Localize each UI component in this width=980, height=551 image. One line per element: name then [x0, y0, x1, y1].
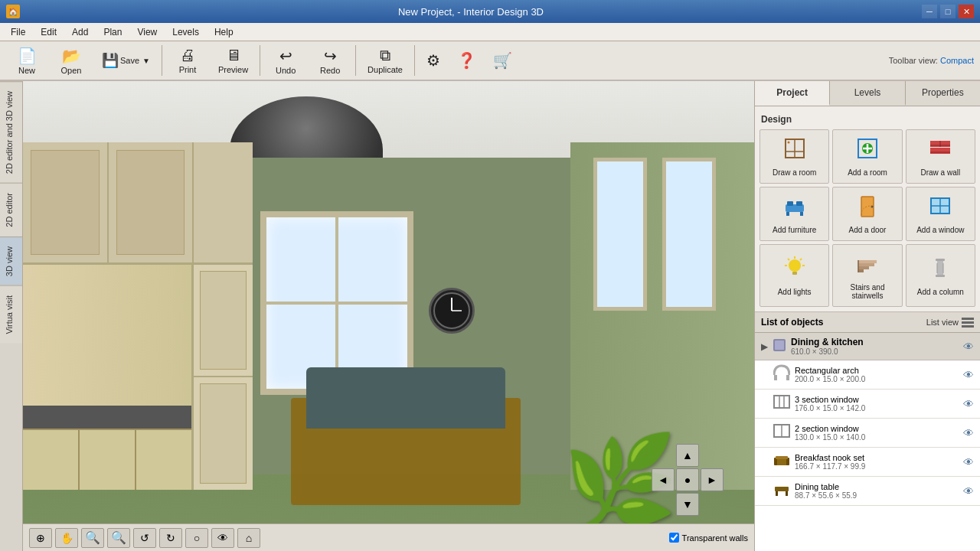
svg-rect-49 [786, 375, 789, 380]
dining-table-info: Dining table 88.7 × 55.6 × 55.9 [795, 482, 959, 500]
pan-button[interactable]: ✋ [55, 528, 78, 548]
preview-icon: 🖥 [226, 47, 241, 64]
rectangular-arch-name: Rectangular arch [795, 366, 959, 375]
add-room-button[interactable]: Add a room [832, 129, 902, 184]
compact-link[interactable]: Compact [940, 56, 974, 65]
list-view-icon [962, 317, 974, 328]
undo-button[interactable]: ↩ Undo [265, 43, 306, 79]
add-door-icon [855, 194, 880, 223]
stairs-button[interactable]: Stairs and stairwells [832, 244, 902, 307]
tab-properties[interactable]: Properties [906, 81, 980, 106]
new-button[interactable]: 📄 New [6, 43, 47, 79]
orbit-cw-button[interactable]: ↻ [159, 528, 182, 548]
menu-levels[interactable]: Levels [165, 25, 207, 39]
toolbar-separator-2 [260, 45, 260, 76]
add-door-label: Add a door [849, 226, 887, 234]
svg-rect-20 [800, 212, 803, 216]
visibility-toggle-2win[interactable]: 👁 [963, 427, 974, 439]
add-lights-button[interactable]: Add lights [760, 244, 829, 307]
object-item-rectangular-arch[interactable]: Rectangular arch 200.0 × 15.0 × 200.0 👁 [755, 360, 980, 390]
draw-wall-button[interactable]: Draw a wall [906, 129, 975, 184]
add-window-icon [928, 194, 952, 223]
object-item-3-section-window[interactable]: 3 section window 176.0 × 15.0 × 142.0 👁 [755, 390, 980, 419]
3-section-window-icon [773, 393, 790, 414]
redo-button[interactable]: ↪ Redo [309, 43, 351, 79]
zoom-out-button[interactable]: 🔍 [81, 528, 104, 548]
add-window-button[interactable]: Add a window [906, 187, 975, 241]
menu-plan[interactable]: Plan [96, 25, 129, 39]
visibility-toggle-nook[interactable]: 👁 [963, 456, 974, 468]
restore-button[interactable]: □ [940, 5, 956, 18]
tab-virtual-visit[interactable]: Virtua visit [0, 285, 22, 344]
menu-file[interactable]: File [3, 25, 33, 39]
visibility-toggle-table[interactable]: 👁 [963, 485, 974, 497]
print-button[interactable]: 🖨 Print [167, 43, 208, 78]
tab-3d[interactable]: 3D view [0, 236, 22, 285]
360-view-button[interactable]: ⊕ [29, 528, 52, 548]
pan-icon: ✋ [60, 532, 74, 544]
orbit-ccw-button[interactable]: ↺ [133, 528, 156, 548]
object-item-dining-table[interactable]: Dining table 88.7 × 55.6 × 55.9 👁 [755, 477, 980, 506]
menu-edit[interactable]: Edit [33, 25, 64, 39]
svg-rect-17 [787, 201, 793, 206]
tab-project[interactable]: Project [755, 81, 830, 106]
object-group-dining-kitchen[interactable]: ▶ Dining & kitchen 610.0 × 390.0 👁 [755, 333, 980, 360]
sofa [306, 367, 505, 429]
list-view-button[interactable]: List view [926, 317, 974, 328]
preview-button[interactable]: 🖥 Preview [211, 43, 255, 78]
zoom-in-icon: 🔍 [111, 530, 126, 545]
svg-rect-39 [937, 261, 943, 275]
cart-icon: 🛒 [493, 51, 512, 70]
visibility-toggle-3win[interactable]: 👁 [963, 398, 974, 410]
zoom-in-button[interactable]: 🔍 [107, 528, 130, 548]
add-door-button[interactable]: Add a door [832, 187, 902, 241]
tab-2d-3d[interactable]: 2D editor and 3D view [0, 81, 22, 183]
nav-center[interactable]: ● [676, 468, 699, 491]
cart-button[interactable]: 🛒 [486, 47, 519, 74]
settings-button[interactable]: ⚙ [420, 47, 447, 74]
object-item-2-section-window[interactable]: 2 section window 130.0 × 15.0 × 140.0 👁 [755, 419, 980, 448]
svg-rect-40 [936, 275, 945, 277]
visibility-toggle-group[interactable]: 👁 [963, 341, 974, 353]
nav-right-arrow[interactable]: ► [701, 468, 724, 491]
camera-button[interactable]: ○ [185, 528, 208, 548]
nav-left-arrow[interactable]: ◄ [652, 468, 675, 491]
toolbar-view-label: Toolbar view: Compact [889, 56, 974, 65]
add-column-button[interactable]: Add a column [906, 244, 975, 307]
close-button[interactable]: ✕ [959, 5, 974, 18]
object-item-breakfast-nook[interactable]: Breakfast nook set 166.7 × 117.7 × 99.9 … [755, 448, 980, 477]
add-furniture-button[interactable]: Add furniture [760, 187, 829, 241]
minimize-button[interactable]: ─ [922, 5, 937, 18]
save-button[interactable]: 💾 Save ▼ [95, 48, 157, 73]
transparent-walls-checkbox[interactable] [669, 533, 679, 543]
home-view-button[interactable]: ⌂ [237, 528, 260, 548]
svg-rect-18 [796, 201, 802, 206]
add-room-label: Add a room [848, 168, 887, 177]
svg-rect-45 [962, 325, 974, 328]
help-icon: ❓ [457, 51, 476, 70]
app-icon: 🏠 [6, 5, 20, 18]
svg-rect-43 [962, 318, 974, 320]
tab-2d[interactable]: 2D editor [0, 183, 22, 236]
add-room-icon [855, 136, 880, 166]
rectangular-arch-dims: 200.0 × 15.0 × 200.0 [795, 375, 959, 383]
help-button[interactable]: ❓ [450, 47, 483, 74]
duplicate-button[interactable]: ⧉ Duplicate [361, 43, 410, 78]
draw-room-button[interactable]: Draw a room [760, 129, 829, 184]
perspective-button[interactable]: 👁 [211, 528, 234, 548]
tab-levels[interactable]: Levels [830, 81, 905, 106]
objects-title: List of objects [761, 317, 823, 328]
svg-rect-60 [776, 491, 778, 496]
menu-help[interactable]: Help [207, 25, 241, 39]
visibility-toggle-arch[interactable]: 👁 [963, 369, 974, 381]
nav-up-arrow[interactable]: ▲ [676, 444, 699, 467]
svg-rect-59 [775, 487, 789, 491]
open-button[interactable]: 📂 Open [51, 43, 92, 79]
menu-add[interactable]: Add [64, 25, 96, 39]
panel-tabs: Project Levels Properties [755, 81, 980, 106]
save-dropdown-arrow[interactable]: ▼ [142, 57, 150, 65]
menu-view[interactable]: View [129, 25, 165, 39]
design-section: Design Draw a room [755, 106, 980, 312]
add-window-label: Add a window [916, 226, 964, 234]
nav-down-arrow[interactable]: ▼ [676, 493, 699, 516]
